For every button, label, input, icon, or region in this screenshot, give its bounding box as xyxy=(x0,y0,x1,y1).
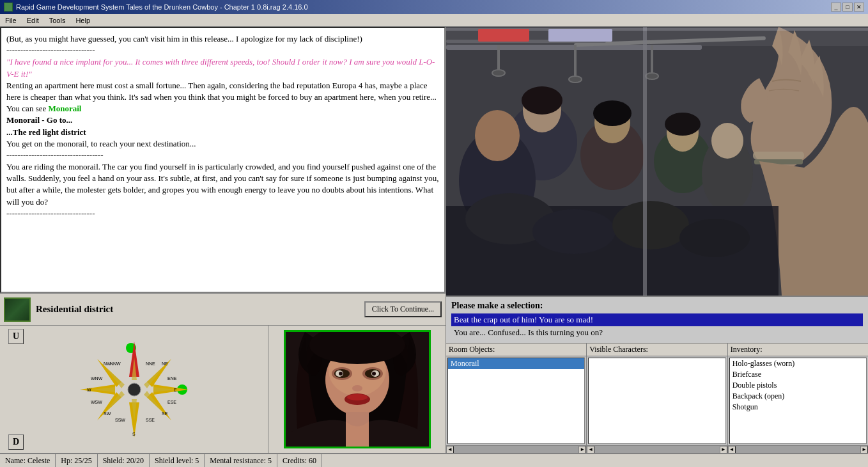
label-nw: NW xyxy=(104,361,111,366)
scene-svg xyxy=(446,27,868,296)
compass-center xyxy=(128,383,141,396)
menu-bar: File Edit Tools Help xyxy=(0,14,868,27)
svg-rect-51 xyxy=(446,27,868,296)
visible-characters-header: Visible Characters: xyxy=(587,344,727,356)
portrait-svg xyxy=(286,332,429,447)
label-ese: ESE xyxy=(167,400,176,404)
down-button[interactable]: D xyxy=(8,434,24,450)
app-icon xyxy=(4,3,13,12)
room-objects-hscroll[interactable]: ◄ ► xyxy=(446,445,586,453)
you-can-see-line: You can see Monorail xyxy=(6,103,439,115)
visible-characters-panel: Visible Characters: ◄ ► xyxy=(587,344,727,453)
svg-point-12 xyxy=(372,372,376,376)
pink-text: "I have found a nice implant for you... … xyxy=(6,56,439,79)
status-bar: Name: Celeste Hp: 25/25 Shield: 20/20 Sh… xyxy=(0,453,868,467)
room-object-monorail[interactable]: Monorail xyxy=(448,358,584,369)
status-shield: Shield: 20/20 xyxy=(98,454,150,467)
minimize-button[interactable]: _ xyxy=(831,3,841,12)
up-down-panel: U D xyxy=(3,329,29,450)
svg-rect-52 xyxy=(478,29,529,42)
location-bar: Residential district Click To Continue..… xyxy=(0,293,446,325)
menu-help[interactable]: Help xyxy=(70,15,95,26)
nav-panel: U D xyxy=(0,326,268,453)
inventory-header: Inventory: xyxy=(728,344,868,356)
inv-hscroll-left[interactable]: ◄ xyxy=(728,446,736,454)
label-wsw: WSW xyxy=(91,400,102,404)
inventory-panel: Inventory: Holo-glasses (worn) Briefcase… xyxy=(728,344,868,453)
svg-point-13 xyxy=(352,385,362,392)
room-objects-panel: Room Objects: Monorail ◄ ► xyxy=(446,344,587,453)
hscroll-track xyxy=(454,446,578,454)
riding-text: You are riding the monorail. The car you… xyxy=(6,161,439,208)
title-bar: Rapid Game Development System Tales of t… xyxy=(0,0,868,14)
selection-option-1[interactable]: Beat the crap out of him! You are so mad… xyxy=(451,313,863,326)
window-title: Rapid Game Development System Tales of t… xyxy=(16,3,308,11)
divider-3: -------------------------------- xyxy=(6,208,439,219)
label-w: W xyxy=(87,388,91,392)
text-area-content[interactable]: (But, as you might have guessed, you can… xyxy=(1,28,444,292)
text-area-wrapper: (But, as you might have guessed, you can… xyxy=(0,27,446,293)
title-bar-controls[interactable]: _ □ ✕ xyxy=(831,3,864,12)
visible-chars-hscroll[interactable]: ◄ ► xyxy=(587,445,727,453)
inventory-item-0[interactable]: Holo-glasses (worn) xyxy=(730,358,866,369)
location-thumbnail xyxy=(4,297,31,322)
compass-svg: NNW NNE NE ENE E ESE SE S xyxy=(77,338,192,441)
divider-2: ----------------------------------- xyxy=(6,150,439,161)
portrait-panel xyxy=(268,326,446,453)
bottom-right-panels: Room Objects: Monorail ◄ ► Visible Chara… xyxy=(446,343,868,453)
right-panel: Please make a selection: Beat the crap o… xyxy=(446,27,868,453)
inv-hscroll-right[interactable]: ► xyxy=(860,446,868,454)
menu-edit[interactable]: Edit xyxy=(22,15,44,26)
room-objects-list[interactable]: Monorail xyxy=(447,358,585,444)
selection-option-2[interactable]: You are... Confused... Is this turning y… xyxy=(451,326,863,339)
location-name: Residential district xyxy=(36,304,359,315)
divider-1: -------------------------------- xyxy=(6,45,439,56)
you-can-see-text: You can see xyxy=(6,104,48,113)
status-hp: Hp: 25/25 xyxy=(56,454,97,467)
menu-tools[interactable]: Tools xyxy=(44,15,71,26)
label-se: SE xyxy=(162,411,168,416)
continue-button[interactable]: Click To Continue... xyxy=(364,301,442,317)
main-content: (But, as you might have guessed, you can… xyxy=(0,27,868,453)
bottom-left: U D xyxy=(0,325,446,453)
hscroll-left-btn[interactable]: ◄ xyxy=(446,446,454,454)
selection-area: Please make a selection: Beat the crap o… xyxy=(446,296,868,343)
paragraph-1: (But, as you might have guessed, you can… xyxy=(6,33,439,45)
close-button[interactable]: ✕ xyxy=(854,3,864,12)
portrait-frame xyxy=(284,330,431,448)
inventory-list[interactable]: Holo-glasses (worn) Briefcase Double pis… xyxy=(729,358,867,444)
inventory-item-4[interactable]: Shotgun xyxy=(730,402,866,413)
visible-characters-list[interactable] xyxy=(588,358,725,444)
get-on-text: You get on the monorail, to reach your n… xyxy=(6,138,439,150)
label-wnw: WNW xyxy=(91,376,103,381)
inv-hscroll-track xyxy=(736,446,860,454)
label-ene: ENE xyxy=(167,376,177,381)
selection-title: Please make a selection: xyxy=(451,301,863,311)
vchars-hscroll-left[interactable]: ◄ xyxy=(587,446,594,454)
paragraph-2: Renting an apartment here must cost a sm… xyxy=(6,80,439,103)
status-mental: Mental resistance: 5 xyxy=(205,454,277,467)
label-ne: NE xyxy=(162,361,168,366)
svg-point-11 xyxy=(339,372,343,376)
room-objects-header: Room Objects: xyxy=(446,344,586,356)
menu-file[interactable]: File xyxy=(0,15,22,26)
up-button[interactable]: U xyxy=(8,329,24,344)
inventory-hscroll[interactable]: ◄ ► xyxy=(728,445,868,453)
label-sw: SW xyxy=(104,411,111,416)
label-s: S xyxy=(132,432,136,436)
status-shield-level: Shield level: 5 xyxy=(150,454,205,467)
maximize-button[interactable]: □ xyxy=(842,3,853,12)
label-ssw: SSW xyxy=(115,418,125,422)
monorail-link[interactable]: Monorail xyxy=(48,104,81,113)
vchars-hscroll-right[interactable]: ► xyxy=(720,446,727,454)
left-panel: (But, as you might have guessed, you can… xyxy=(0,27,446,453)
label-nnw: NNW xyxy=(110,361,121,366)
inventory-item-2[interactable]: Double pistols xyxy=(730,380,866,391)
status-name: Name: Celeste xyxy=(0,454,56,467)
inventory-item-3[interactable]: Backpack (open) xyxy=(730,391,866,402)
label-e: E xyxy=(174,388,177,392)
red-light-text: ...The red light district xyxy=(6,127,439,138)
svg-rect-53 xyxy=(548,29,612,42)
hscroll-right-btn[interactable]: ► xyxy=(578,446,586,454)
inventory-item-1[interactable]: Briefcase xyxy=(730,369,866,380)
